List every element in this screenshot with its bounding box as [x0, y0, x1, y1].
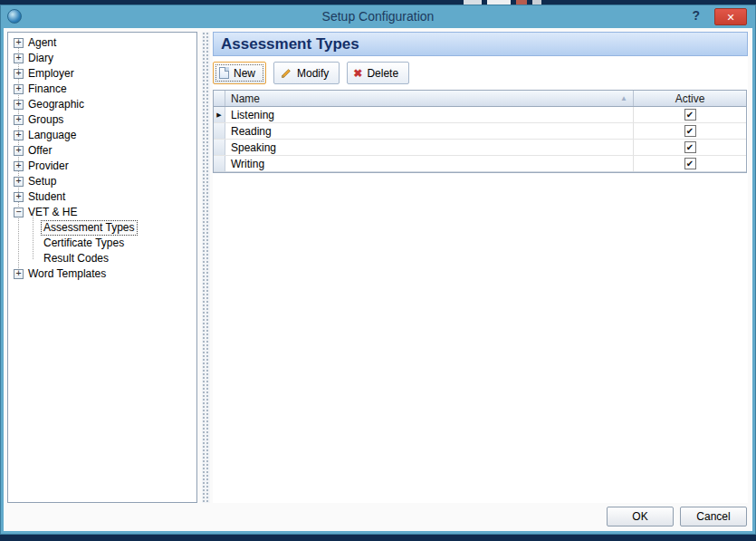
pencil-icon — [280, 67, 292, 80]
tree-item-finance[interactable]: + Finance — [8, 82, 196, 97]
active-checkbox[interactable]: ✔ — [684, 158, 696, 169]
column-header-active-label: Active — [675, 92, 705, 105]
tree-item-label: Student — [28, 190, 65, 204]
new-button[interactable]: New — [213, 62, 266, 84]
panel-splitter[interactable] — [202, 32, 210, 503]
expand-icon[interactable]: + — [14, 177, 24, 187]
delete-button[interactable]: ✖ Delete — [347, 62, 409, 84]
close-icon: ✕ — [726, 12, 734, 23]
page-title: Assessment Types — [213, 32, 748, 56]
row-selector[interactable] — [214, 140, 225, 155]
delete-button-label: Delete — [367, 67, 398, 80]
check-icon: ✔ — [686, 143, 694, 152]
expand-icon[interactable]: + — [14, 130, 24, 140]
tree-item-label: Result Codes — [43, 252, 109, 266]
table-body: ▶ Listening ✔ Reading ✔ — [214, 107, 746, 172]
sort-ascending-icon: ▲ — [620, 94, 627, 102]
cancel-button[interactable]: Cancel — [680, 507, 747, 527]
check-icon: ✔ — [686, 127, 694, 136]
row-selector[interactable] — [214, 156, 225, 171]
check-icon: ✔ — [686, 159, 694, 169]
table-row[interactable]: Speaking ✔ — [214, 140, 746, 156]
active-cell: ✔ — [634, 140, 746, 155]
column-header-name[interactable]: Name ▲ — [225, 91, 634, 106]
dialog-footer: OK Cancel — [607, 507, 747, 527]
close-button[interactable]: ✕ — [714, 8, 747, 25]
expand-icon[interactable]: + — [14, 146, 24, 156]
expand-icon[interactable]: + — [14, 115, 24, 125]
settings-tree: + Agent + Diary + Employer + Finance + — [8, 33, 196, 282]
tree-item-student[interactable]: + Student — [8, 189, 196, 205]
column-header-active[interactable]: Active — [634, 91, 746, 106]
expand-icon[interactable]: + — [14, 269, 24, 279]
active-cell: ✔ — [634, 107, 746, 122]
title-bar[interactable]: Setup Configuration ? ✕ — [0, 5, 756, 28]
tree-item-diary[interactable]: + Diary — [8, 51, 196, 66]
row-pointer-icon: ▶ — [216, 111, 221, 118]
modify-button[interactable]: Modify — [273, 62, 340, 84]
collapse-icon[interactable]: − — [14, 208, 24, 217]
setup-configuration-dialog: Setup Configuration ? ✕ + Agent + Diary … — [0, 5, 756, 535]
expand-icon[interactable]: + — [14, 192, 24, 202]
active-checkbox[interactable]: ✔ — [684, 109, 696, 121]
tree-item-label: Agent — [28, 36, 56, 50]
check-icon: ✔ — [686, 111, 694, 120]
tree-item-label: Word Templates — [28, 267, 106, 281]
tree-item-vet-he[interactable]: − VET & HE — [8, 205, 196, 220]
tree-item-label: Diary — [28, 52, 53, 65]
expand-icon[interactable]: + — [14, 84, 24, 94]
expand-icon[interactable]: + — [14, 161, 24, 171]
table-row[interactable]: ▶ Listening ✔ — [214, 107, 746, 123]
active-cell: ✔ — [634, 156, 746, 171]
active-checkbox[interactable]: ✔ — [684, 125, 696, 137]
tree-item-label: Provider — [28, 159, 69, 173]
table-row[interactable]: Writing ✔ — [214, 156, 746, 172]
tree-item-agent[interactable]: + Agent — [8, 35, 196, 51]
expand-icon[interactable]: + — [14, 100, 24, 110]
tree-item-label: Assessment Types — [41, 220, 138, 236]
tree-item-label: Employer — [28, 67, 74, 81]
tree-item-language[interactable]: + Language — [8, 128, 196, 143]
window-title: Setup Configuration — [0, 9, 756, 24]
row-selector[interactable] — [214, 123, 225, 139]
table-row[interactable]: Reading ✔ — [214, 123, 746, 140]
tree-item-label: Language — [28, 129, 76, 142]
delete-x-icon: ✖ — [353, 68, 362, 79]
assessment-types-table: Name ▲ Active ▶ Listening ✔ — [213, 90, 747, 173]
expand-icon[interactable]: + — [14, 69, 24, 79]
tree-item-provider[interactable]: + Provider — [8, 159, 196, 174]
tree-item-word-templates[interactable]: + Word Templates — [8, 266, 196, 282]
toolbar: New Modify ✖ Delete — [213, 62, 748, 84]
dialog-client-area: + Agent + Diary + Employer + Finance + — [4, 28, 752, 531]
name-cell[interactable]: Reading — [225, 123, 634, 139]
tree-item-result-codes[interactable]: Result Codes — [8, 251, 196, 266]
help-button[interactable]: ? — [692, 8, 700, 23]
tree-item-geographic[interactable]: + Geographic — [8, 97, 196, 112]
tree-item-label: Geographic — [28, 98, 84, 111]
modify-button-label: Modify — [297, 67, 329, 80]
tree-item-label: Finance — [28, 82, 67, 96]
tree-item-label: Certificate Types — [43, 237, 124, 250]
expand-icon[interactable]: + — [14, 38, 24, 48]
tree-item-label: Setup — [28, 175, 56, 188]
settings-tree-panel: + Agent + Diary + Employer + Finance + — [7, 32, 197, 503]
ok-button[interactable]: OK — [607, 507, 674, 527]
tree-item-setup[interactable]: + Setup — [8, 174, 196, 189]
tree-item-certificate-types[interactable]: Certificate Types — [8, 236, 196, 251]
active-checkbox[interactable]: ✔ — [684, 141, 696, 153]
table-header: Name ▲ Active — [214, 91, 746, 107]
tree-item-employer[interactable]: + Employer — [8, 66, 196, 82]
tree-item-assessment-types[interactable]: Assessment Types — [8, 220, 196, 236]
tree-item-offer[interactable]: + Offer — [8, 143, 196, 159]
row-selector[interactable]: ▶ — [214, 107, 225, 122]
tree-item-groups[interactable]: + Groups — [8, 112, 196, 128]
name-cell[interactable]: Speaking — [225, 140, 634, 155]
name-cell[interactable]: Writing — [225, 156, 634, 171]
name-cell[interactable]: Listening — [225, 107, 634, 122]
content-panel: Assessment Types New Modify ✖ Delete — [213, 32, 748, 503]
row-selector-header — [214, 91, 225, 106]
expand-icon[interactable]: + — [14, 53, 24, 63]
new-document-icon — [219, 67, 229, 79]
tree-item-label: Groups — [28, 113, 63, 127]
column-header-name-label: Name — [231, 92, 260, 105]
